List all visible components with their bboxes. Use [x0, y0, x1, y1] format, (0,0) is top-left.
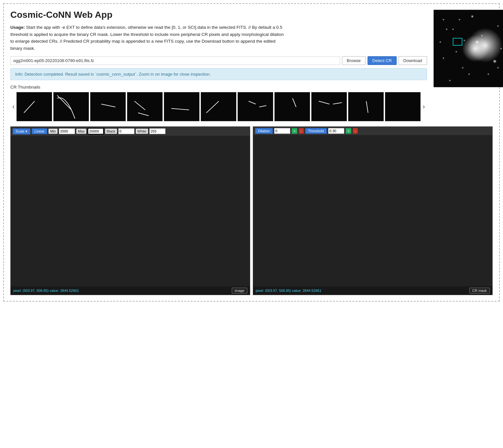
thumbnail-canvas-3 [91, 92, 126, 121]
list-item[interactable] [311, 92, 347, 121]
browse-button[interactable]: Browse [342, 56, 366, 65]
top-section: Cosmic-CoNN Web App Usage: Start the app… [10, 10, 493, 125]
thumbnail-canvas-11 [385, 92, 421, 121]
list-item[interactable] [16, 92, 52, 121]
left-image-panel: Scale ▾ Linear Min Max Black White pixel… [10, 126, 250, 295]
linear-button[interactable]: Linear [32, 128, 48, 134]
white-label: White [136, 129, 148, 134]
max-label: Max [76, 129, 86, 134]
white-input[interactable] [149, 128, 166, 134]
left-image-canvas [11, 127, 250, 295]
app-title: Cosmic-CoNN Web App [10, 10, 427, 20]
left-panel-footer: pixel: (503.97, 506.85) value: 2844.5266… [11, 286, 250, 295]
list-item[interactable] [348, 92, 384, 121]
thumbnail-canvas-2 [54, 92, 89, 121]
preview-canvas [434, 10, 503, 87]
thumbnail-canvas-5 [164, 92, 199, 121]
scale-dropdown-button[interactable]: Scale ▾ [13, 128, 30, 134]
detect-cr-button[interactable]: Detect CR [368, 56, 397, 65]
threshold-input[interactable] [328, 128, 344, 134]
filename-input[interactable] [10, 56, 340, 65]
info-box: Info: Detection completed. Result saved … [10, 68, 427, 80]
list-item[interactable] [164, 92, 199, 121]
dilation-plus-button[interactable]: + [292, 128, 297, 134]
panels-row: Scale ▾ Linear Min Max Black White pixel… [10, 126, 493, 295]
right-image-panel: Dilation + - Threshold + - pixel: (503.9… [253, 126, 493, 295]
min-input[interactable] [59, 128, 75, 134]
thumbnails-label: CR Thumbnails [10, 85, 427, 90]
right-toolbar: Dilation + - Threshold + - [253, 127, 492, 135]
thumb-list [16, 92, 421, 121]
left-pixel-info: pixel: (503.97, 506.85) value: 2844.5266… [13, 289, 79, 293]
thumbnail-canvas-10 [348, 92, 384, 121]
list-item[interactable] [238, 92, 273, 121]
right-pixel-info: pixel: (503.97, 506.85) value: 2844.5266… [256, 289, 321, 293]
list-item[interactable] [53, 92, 89, 121]
usage-label: Usage: [10, 25, 25, 30]
info-text: Info: Detection completed. Result saved … [15, 72, 211, 77]
threshold-label-button: Threshold [305, 128, 327, 134]
thumbnail-canvas-9 [312, 92, 347, 121]
max-input[interactable] [88, 128, 104, 134]
list-item[interactable] [90, 92, 126, 121]
thumbnail-canvas-1 [17, 92, 52, 121]
usage-body: Start the app with -e EXT to define data… [10, 25, 284, 51]
black-label: Black [105, 129, 117, 134]
thumbnails-row: ‹ [10, 92, 427, 121]
thumb-next-button[interactable]: › [421, 102, 427, 111]
thumbnail-canvas-6 [201, 92, 236, 121]
right-image-canvas [253, 127, 492, 295]
download-button[interactable]: Download [399, 56, 427, 65]
thumbnail-canvas-8 [275, 92, 310, 121]
left-panel-badge: image [232, 288, 247, 293]
thumbnail-canvas-7 [238, 92, 273, 121]
black-input[interactable] [118, 128, 134, 134]
list-item[interactable] [274, 92, 310, 121]
right-panel-badge: CR mask [469, 288, 490, 293]
dilation-input[interactable] [274, 128, 290, 134]
app-container: Cosmic-CoNN Web App Usage: Start the app… [3, 3, 500, 302]
top-left: Cosmic-CoNN Web App Usage: Start the app… [10, 10, 427, 125]
dilation-label-button: Dilation [255, 128, 273, 134]
preview-image [433, 10, 503, 87]
min-label: Min [48, 129, 58, 134]
list-item[interactable] [201, 92, 236, 121]
thumbnail-canvas-4 [127, 92, 163, 121]
thumbnails-section: CR Thumbnails ‹ [10, 85, 427, 121]
threshold-plus-button[interactable]: + [346, 128, 351, 134]
list-item[interactable] [385, 92, 421, 121]
threshold-minus-button[interactable]: - [353, 128, 358, 134]
top-right [433, 10, 503, 87]
thumb-prev-button[interactable]: ‹ [10, 102, 16, 111]
list-item[interactable] [127, 92, 163, 121]
left-toolbar: Scale ▾ Linear Min Max Black White [11, 127, 250, 136]
usage-text: Usage: Start the app with -e EXT to defi… [10, 24, 288, 52]
file-row: Browse Detect CR Download [10, 56, 427, 65]
dilation-minus-button[interactable]: - [299, 128, 304, 134]
right-panel-footer: pixel: (503.97, 506.85) value: 2844.5266… [253, 286, 492, 295]
